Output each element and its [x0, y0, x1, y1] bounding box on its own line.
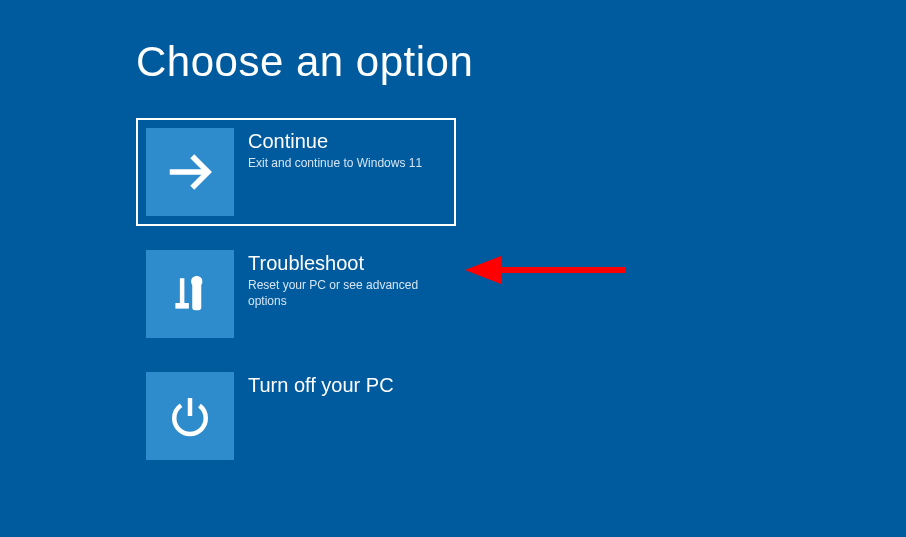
option-troubleshoot[interactable]: Troubleshoot Reset your PC or see advanc… [136, 240, 456, 348]
tools-icon [146, 250, 234, 338]
option-title: Troubleshoot [248, 252, 446, 275]
option-turn-off[interactable]: Turn off your PC [136, 362, 456, 470]
arrow-right-icon [146, 128, 234, 216]
power-icon [146, 372, 234, 460]
page-title: Choose an option [136, 38, 906, 86]
option-title: Turn off your PC [248, 374, 394, 397]
option-continue[interactable]: Continue Exit and continue to Windows 11 [136, 118, 456, 226]
option-description: Reset your PC or see advanced options [248, 278, 446, 309]
svg-rect-2 [175, 303, 189, 309]
option-text-block: Turn off your PC [234, 372, 394, 400]
svg-rect-1 [180, 278, 185, 303]
option-text-block: Troubleshoot Reset your PC or see advanc… [234, 250, 446, 309]
option-title: Continue [248, 130, 422, 153]
option-description: Exit and continue to Windows 11 [248, 156, 422, 172]
recovery-options-screen: Choose an option Continue Exit and conti… [0, 0, 906, 470]
option-text-block: Continue Exit and continue to Windows 11 [234, 128, 422, 172]
